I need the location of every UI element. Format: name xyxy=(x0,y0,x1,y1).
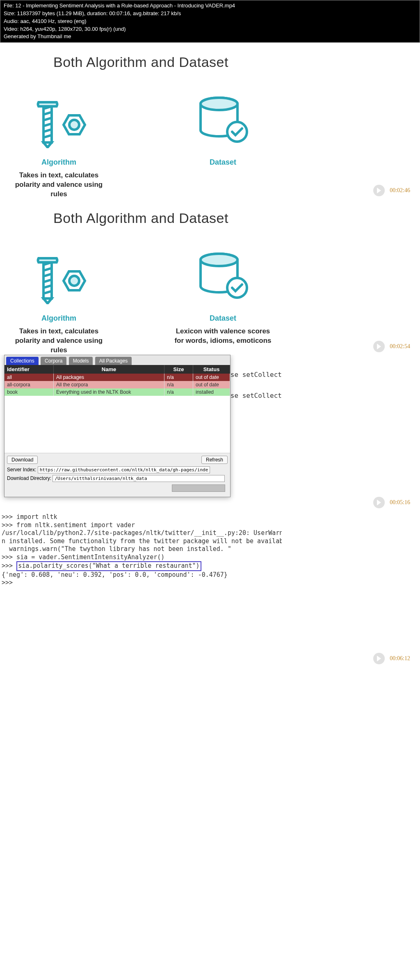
col-name: Name xyxy=(54,365,164,374)
thumbnail-2: Both Algorithm and Dataset Algorithm Tak… xyxy=(0,199,282,357)
play-icon xyxy=(373,185,385,196)
tab-models[interactable]: Models xyxy=(69,357,93,365)
svg-point-8 xyxy=(69,276,79,286)
nltk-downloader-window: Collections Corpora Models All Packages … xyxy=(4,355,231,497)
python-terminal: >>> import nltk >>> from nltk.sentiment … xyxy=(0,511,282,590)
download-dir-input[interactable] xyxy=(52,475,225,482)
timestamp-3: 00:05:16 xyxy=(390,499,410,505)
svg-point-2 xyxy=(69,120,79,130)
download-dir-label: Download Directory: xyxy=(7,475,51,481)
screw-nut-icon xyxy=(10,251,108,304)
dataset-label: Dataset xyxy=(174,314,272,323)
size-line: Size: 11837397 bytes (11.29 MiB), durati… xyxy=(4,10,416,18)
svg-point-4 xyxy=(201,98,237,110)
play-icon xyxy=(373,497,385,508)
database-check-icon xyxy=(174,251,272,304)
algorithm-column: Algorithm Takes in text, calculates pola… xyxy=(10,251,108,355)
table-row[interactable]: book Everything used in the NLTK Book n/… xyxy=(5,388,230,396)
tab-collections[interactable]: Collections xyxy=(6,357,39,365)
col-status: Status xyxy=(193,365,230,374)
timestamp-1: 00:02:46 xyxy=(390,187,410,193)
play-icon xyxy=(373,341,385,352)
video-line: Video: h264, yuv420p, 1280x720, 30.00 fp… xyxy=(4,25,416,33)
col-size: Size xyxy=(164,365,193,374)
download-button[interactable]: Download xyxy=(7,456,38,464)
table-row[interactable]: all-corpora All the corpora n/a out of d… xyxy=(5,381,230,388)
dataset-column: Dataset Lexicon with valence scores for … xyxy=(174,251,272,355)
tab-all-packages[interactable]: All Packages xyxy=(95,357,132,365)
tab-corpora[interactable]: Corpora xyxy=(41,357,66,365)
dataset-column: Dataset xyxy=(174,95,272,199)
play-icon xyxy=(373,653,385,664)
algorithm-column: Algorithm Takes in text, calculates pola… xyxy=(10,95,108,199)
timestamp-2: 00:02:54 xyxy=(390,343,410,349)
server-index-input[interactable] xyxy=(38,466,210,473)
dataset-label: Dataset xyxy=(174,158,272,167)
timestamp-4: 00:06:12 xyxy=(390,655,410,661)
svg-point-10 xyxy=(201,254,237,266)
thumbnail-4: >>> import nltk >>> from nltk.sentiment … xyxy=(0,511,282,669)
thumbnail-3: .xml ase use setCollect ase use setColle… xyxy=(0,355,282,513)
highlighted-code: sia.polarity_scores("What a terrible res… xyxy=(16,561,201,571)
slide-title: Both Algorithm and Dataset xyxy=(0,199,282,226)
table-header: Identifier Name Size Status xyxy=(5,365,230,374)
refresh-button[interactable]: Refresh xyxy=(201,456,228,464)
slide-title: Both Algorithm and Dataset xyxy=(0,43,282,70)
algorithm-label: Algorithm xyxy=(10,314,108,323)
screw-nut-icon xyxy=(10,95,108,148)
thumbnail-1: Both Algorithm and Dataset Algorithm Tak… xyxy=(0,43,282,201)
audio-line: Audio: aac, 44100 Hz, stereo (eng) xyxy=(4,18,416,25)
col-identifier: Identifier xyxy=(5,365,54,374)
algorithm-label: Algorithm xyxy=(10,158,108,167)
database-check-icon xyxy=(174,95,272,148)
table-row[interactable]: all All packages n/a out of date xyxy=(5,374,230,381)
server-index-label: Server Index: xyxy=(7,467,36,473)
file-info-header: File: 12 - Implementing Sentiment Analys… xyxy=(0,0,420,43)
file-line: File: 12 - Implementing Sentiment Analys… xyxy=(4,2,416,10)
generated-line: Generated by Thumbnail me xyxy=(4,33,416,41)
progress-bar xyxy=(172,484,225,492)
